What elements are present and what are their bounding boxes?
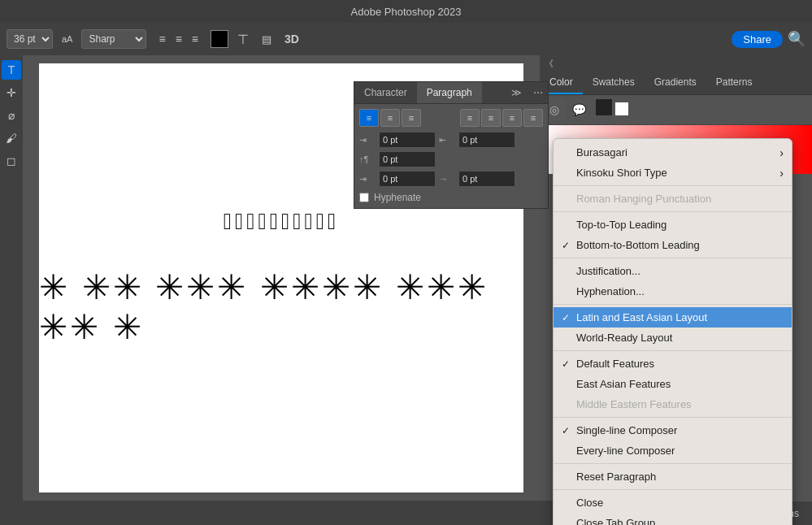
symbols-row-2: ✳ ✳✳ ✳✳✳ ✳✳✳✳ ✳✳✳ ✳✳ ✳ [39, 267, 523, 347]
menu-sep-5 [554, 350, 792, 351]
symbols-row-1: 𒀭𒀭𒂗𒀭𒁇𒀭𒃲𒀭𒁇𒀭 [224, 209, 339, 235]
space-before-icon: ↑¶ [359, 154, 376, 164]
menu-latin-east-asian[interactable]: Latin and East Asian Layout [554, 307, 792, 328]
menu-sep-4 [554, 304, 792, 305]
char-panel-body: ≡ ≡ ≡ ≡ ≡ ≡ ≡ ⇥ ⇤ ↑¶ ⇥ → [354, 104, 548, 208]
space-before-field[interactable] [379, 151, 436, 167]
first-line-field[interactable] [379, 171, 436, 187]
tab-swatches[interactable]: Swatches [583, 72, 645, 94]
menu-sep-6 [554, 417, 792, 418]
glyph-spacing-field[interactable] [458, 171, 515, 187]
align-right-btn[interactable]: ≡ [188, 30, 202, 48]
menu-hyphenation[interactable]: Hyphenation... [554, 281, 792, 302]
canvas-symbols: 𒀭𒀭𒂗𒀭𒁇𒀭𒃲𒀭𒁇𒀭 ✳ ✳✳ ✳✳✳ ✳✳✳✳ ✳✳✳ ✳✳ ✳ [39, 209, 523, 347]
menu-every-line[interactable]: Every-line Composer [554, 440, 792, 461]
menu-sep-8 [554, 489, 792, 490]
fg-color-box[interactable] [595, 98, 613, 116]
align-left-btn[interactable]: ≡ [154, 30, 169, 48]
text-tool[interactable]: T [2, 60, 21, 80]
menu-reset-paragraph[interactable]: Reset Paragraph [554, 466, 792, 487]
justify-right-btn[interactable]: ≡ [502, 109, 522, 127]
anti-alias-select[interactable]: Sharp [81, 29, 146, 49]
menu-top-to-top[interactable]: Top-to-Top Leading [554, 215, 792, 235]
tab-paragraph[interactable]: Paragraph [417, 82, 482, 103]
menu-sep-7 [554, 463, 792, 464]
char-paragraph-panel: Character Paragraph ≫ ⋯ ≡ ≡ ≡ ≡ ≡ ≡ ≡ ⇥ … [354, 81, 549, 209]
indent-right-field[interactable] [458, 132, 515, 148]
move-tool[interactable]: ✛ [2, 83, 21, 102]
char-panel-options-btn[interactable]: ⋯ [528, 84, 548, 102]
main-toolbar: 36 pt aA Sharp ≡ ≡ ≡ ⊤ ▤ 3D Share 🔍 [0, 23, 812, 55]
menu-close-tab-group[interactable]: Close Tab Group [554, 513, 792, 525]
hyphenate-checkbox[interactable] [359, 193, 369, 202]
char-tabs: Character Paragraph ≫ ⋯ [354, 82, 548, 104]
glyph-icon: → [439, 174, 455, 184]
menu-bottom-to-bottom[interactable]: Bottom-to-Bottom Leading [554, 235, 792, 255]
justify-center-btn[interactable]: ≡ [481, 109, 501, 127]
menu-kinsoku[interactable]: Kinsoku Shori Type [554, 163, 792, 183]
menu-sep-1 [554, 185, 792, 186]
tab-patterns[interactable]: Patterns [706, 72, 762, 94]
share-button[interactable]: Share [732, 31, 783, 48]
tab-gradients[interactable]: Gradients [645, 72, 706, 94]
left-toolbar: T ✛ ⌀ 🖌 ◻ [0, 55, 23, 501]
alignment-row: ≡ ≡ ≡ ≡ ≡ ≡ ≡ [359, 109, 543, 127]
toggle-char-panel-btn[interactable]: ▤ [258, 31, 276, 48]
menu-sep-3 [554, 258, 792, 258]
menu-single-line[interactable]: Single-line Composer [554, 420, 792, 440]
menu-sep-2 [554, 211, 792, 212]
search-button[interactable]: 🔍 [788, 30, 805, 48]
paragraph-options-menu: Burasagari Kinsoku Shori Type Roman Hang… [553, 138, 792, 525]
indent-left-field[interactable] [379, 132, 436, 148]
indent-left-icon: ⇥ [359, 135, 376, 145]
menu-roman-hanging[interactable]: Roman Hanging Punctuation [554, 189, 792, 209]
collapse-icon: 《 [545, 58, 554, 70]
menu-burasagari[interactable]: Burasagari [554, 142, 792, 163]
brush-tool[interactable]: 🖌 [2, 128, 21, 148]
speech-bubble-icon[interactable]: 💬 [567, 98, 590, 121]
indent-left-row: ⇥ ⇤ [359, 132, 543, 148]
eraser-tool[interactable]: ◻ [2, 151, 21, 171]
menu-close[interactable]: Close [554, 492, 792, 513]
align-center-btn[interactable]: ≡ [172, 30, 186, 48]
align-right-para-btn[interactable]: ≡ [402, 109, 421, 127]
align-center-para-btn[interactable]: ≡ [380, 109, 400, 127]
color-tabs: Color Swatches Gradients Patterns [540, 72, 812, 95]
indent-right-icon: ⇤ [439, 135, 455, 145]
first-line-icon: ⇥ [359, 174, 376, 184]
font-size-select[interactable]: 36 pt [7, 29, 53, 49]
menu-justification[interactable]: Justification... [554, 261, 792, 281]
foreground-color-swatch[interactable] [211, 30, 228, 48]
hyphenate-row: Hyphenate [359, 192, 543, 203]
title-bar: Adobe Photoshop 2023 [0, 0, 812, 23]
justify-left-btn[interactable]: ≡ [460, 109, 480, 127]
panel-collapse-btn[interactable]: 《 [540, 55, 812, 72]
panel-icons-row: ◎ 💬 [540, 95, 812, 125]
bg-color-box[interactable] [614, 102, 629, 116]
tab-character[interactable]: Character [354, 82, 417, 103]
space-before-row: ↑¶ [359, 151, 543, 167]
first-line-row: ⇥ → [359, 171, 543, 187]
lasso-tool[interactable]: ⌀ [2, 106, 21, 125]
font-aa-toggle[interactable]: aA [58, 32, 76, 46]
menu-east-asian-features[interactable]: East Asian Features [554, 374, 792, 394]
menu-middle-eastern-features[interactable]: Middle Eastern Features [554, 394, 792, 414]
align-left-para-btn[interactable]: ≡ [359, 109, 379, 127]
menu-default-features[interactable]: Default Features [554, 354, 792, 374]
hyphenate-label: Hyphenate [374, 192, 421, 203]
char-panel-more-btn[interactable]: ≫ [505, 84, 528, 102]
app-title: Adobe Photoshop 2023 [351, 6, 462, 18]
justify-all-btn[interactable]: ≡ [523, 109, 543, 127]
warp-text-btn[interactable]: ⊤ [233, 29, 253, 50]
menu-world-ready[interactable]: World-Ready Layout [554, 328, 792, 348]
3d-btn[interactable]: 3D [280, 30, 303, 48]
